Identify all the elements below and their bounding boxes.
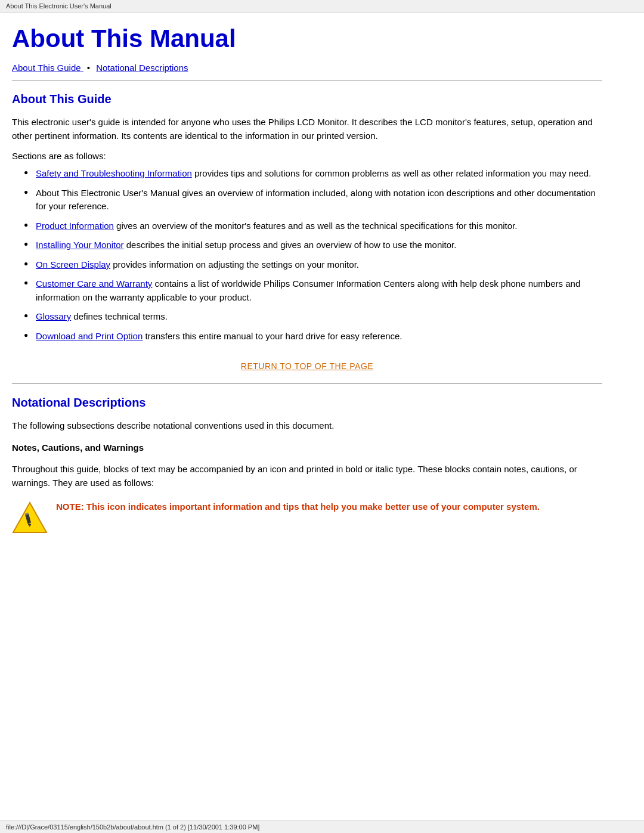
section-about-guide: About This Guide This electronic user's … bbox=[12, 92, 602, 371]
nav-separator: • bbox=[87, 63, 90, 73]
list-item: About This Electronic User's Manual give… bbox=[24, 187, 602, 213]
return-to-top-container: RETURN TO TOP OF THE PAGE bbox=[12, 361, 602, 371]
section2-heading: Notational Descriptions bbox=[12, 396, 602, 410]
section-notational: Notational Descriptions The following su… bbox=[12, 396, 602, 538]
note-box: NOTE: This icon indicates important info… bbox=[12, 500, 602, 538]
section1-intro: This electronic user's guide is intended… bbox=[12, 116, 602, 143]
section2-subtext: Throughout this guide, blocks of text ma… bbox=[12, 463, 602, 490]
return-to-top-link[interactable]: RETURN TO TOP OF THE PAGE bbox=[241, 361, 373, 371]
list-item: Product Information gives an overview of… bbox=[24, 219, 602, 233]
nav-links: About This Guide • Notational Descriptio… bbox=[12, 63, 602, 73]
svg-marker-0 bbox=[13, 503, 47, 532]
list-item: Download and Print Option transfers this… bbox=[24, 330, 602, 343]
section-list: Safety and Troubleshooting Information p… bbox=[24, 167, 602, 343]
note-icon bbox=[12, 500, 48, 538]
list-item: Glossary defines technical terms. bbox=[24, 310, 602, 324]
browser-title-text: About This Electronic User's Manual bbox=[6, 2, 112, 10]
note-text: NOTE: This icon indicates important info… bbox=[56, 500, 540, 514]
list-link-installing[interactable]: Installing Your Monitor bbox=[36, 240, 124, 250]
list-link-glossary[interactable]: Glossary bbox=[36, 311, 71, 321]
list-item: Installing Your Monitor describes the in… bbox=[24, 239, 602, 252]
list-item: On Screen Display provides information o… bbox=[24, 258, 602, 272]
page-title: About This Manual bbox=[12, 24, 602, 53]
sections-label: Sections are as follows: bbox=[12, 151, 602, 161]
main-content: About This Manual About This Guide • Not… bbox=[0, 13, 620, 550]
section1-heading: About This Guide bbox=[12, 92, 602, 106]
list-link-product[interactable]: Product Information bbox=[36, 221, 114, 231]
list-link-safety[interactable]: Safety and Troubleshooting Information bbox=[36, 168, 192, 178]
section2-intro: The following subsections describe notat… bbox=[12, 419, 602, 433]
list-item: Safety and Troubleshooting Information p… bbox=[24, 167, 602, 181]
nav-link-guide[interactable]: About This Guide bbox=[12, 63, 83, 73]
nav-link-notational[interactable]: Notational Descriptions bbox=[96, 63, 188, 73]
list-link-osd[interactable]: On Screen Display bbox=[36, 259, 110, 270]
divider-middle bbox=[12, 383, 602, 384]
section2-subheading: Notes, Cautions, and Warnings bbox=[12, 441, 602, 455]
list-link-customer[interactable]: Customer Care and Warranty bbox=[36, 278, 152, 289]
list-item: Customer Care and Warranty contains a li… bbox=[24, 277, 602, 304]
divider-top bbox=[12, 80, 602, 80]
list-link-download[interactable]: Download and Print Option bbox=[36, 331, 143, 341]
browser-title-bar: About This Electronic User's Manual bbox=[0, 0, 644, 13]
